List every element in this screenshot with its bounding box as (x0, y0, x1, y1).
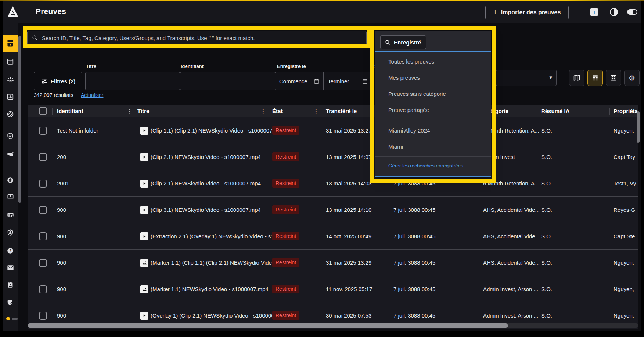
row-checkbox[interactable] (39, 259, 47, 267)
column-divider (538, 108, 538, 115)
column-menu-icon[interactable]: ⋮ (127, 105, 132, 117)
id-filter-input[interactable] (180, 72, 276, 90)
top-bar: Preuves + Importer des preuves + (3, 1, 641, 23)
row-category: 6 Month Retention, A... (483, 170, 539, 197)
row-title[interactable]: (Clip 2.1) NEWSkydio Video - s1000007.mp… (151, 170, 261, 197)
video-play-icon (140, 180, 148, 188)
feedback-icon[interactable]: + (590, 8, 598, 16)
row-checkbox[interactable] (39, 312, 47, 320)
saved-menu-item[interactable]: Miami (375, 139, 491, 155)
saved-menu-item[interactable]: Mes preuves (375, 70, 491, 86)
theme-toggle[interactable] (627, 9, 637, 15)
row-title[interactable]: (Clip 2.1) NEWSkydio Video - s1000007.mp… (151, 144, 261, 170)
table-row[interactable]: Test Not in folder(Clip 1.1) (Clip 2.1) … (28, 117, 638, 144)
vertical-scrollbar-thumb[interactable] (637, 111, 640, 143)
saved-search-button[interactable]: Enregistré (380, 35, 426, 49)
col-header-title[interactable]: Titre (137, 105, 149, 117)
filters-button[interactable]: Filtres (2) (34, 72, 82, 90)
refresh-link[interactable]: Actualiser (81, 92, 103, 98)
video-play-icon (140, 232, 148, 240)
row-checkbox[interactable] (39, 232, 47, 240)
search-bar[interactable] (27, 31, 367, 45)
column-divider (267, 108, 267, 115)
row-id: 900 (57, 250, 66, 276)
row-checkbox[interactable] (39, 180, 47, 188)
image-icon (140, 259, 148, 267)
manage-saved-searches-link[interactable]: Gérer les recherches enregistrées (388, 159, 463, 173)
contrast-icon[interactable] (610, 8, 618, 16)
sidebar-item-cases[interactable] (3, 53, 18, 70)
saved-menu-item[interactable]: Preuve partagée (375, 102, 491, 118)
select-all-checkbox[interactable] (39, 107, 47, 115)
status-badge: Restreint (272, 285, 299, 293)
sidebar-item-help[interactable]: ? (3, 242, 18, 259)
row-title[interactable]: (Marker 1.1) (Clip 1.1) (Clip 2.1) NEWSk… (151, 250, 281, 276)
grouping-select[interactable]: ▾ (496, 70, 557, 86)
redaction-icon (6, 110, 14, 118)
table-row[interactable]: 900(Marker 1.1) (Clip 1.1) (Clip 2.1) NE… (28, 250, 638, 276)
row-checkbox[interactable] (39, 285, 47, 293)
col-header-id[interactable]: Identifiant (57, 105, 83, 117)
row-ai-summary: S.O. (541, 276, 552, 302)
saved-search-dropdown: Enregistré Toutes les preuvesMes preuves… (375, 31, 491, 177)
search-icon (385, 40, 391, 45)
saved-menu-item[interactable]: Miami Alley 2024 (375, 123, 491, 139)
map-icon (573, 74, 580, 81)
table-row[interactable]: 900(Extraction 2.1) (Overlay 1) NEWSkydi… (28, 223, 638, 250)
start-date-field[interactable]: Commence (275, 72, 323, 90)
grid-view-button[interactable] (606, 70, 621, 86)
cases-icon (6, 58, 14, 66)
sidebar-item-performance[interactable] (3, 128, 18, 145)
end-date-placeholder: Terminer (328, 78, 349, 84)
sidebar-item-personnel[interactable] (3, 276, 18, 293)
import-evidence-button[interactable]: + Importer des preuves (485, 6, 569, 19)
search-input[interactable] (41, 35, 362, 41)
title-filter-input[interactable] (85, 72, 180, 90)
image-icon (140, 285, 148, 293)
sidebar-scrollbar[interactable] (18, 36, 21, 203)
row-title[interactable]: (Clip 1.1) (Clip 2.1) NEWSkydio Video - … (151, 117, 278, 144)
sidebar-item-reports[interactable] (3, 88, 18, 105)
col-header-owner[interactable]: Propriétaire (614, 105, 638, 117)
sidebar-item-asset[interactable] (3, 207, 18, 224)
row-checkbox[interactable] (39, 127, 47, 135)
sidebar-item-remote[interactable] (3, 188, 18, 205)
table-row[interactable]: 2001(Clip 2.1) NEWSkydio Video - s100000… (28, 170, 638, 197)
col-header-state[interactable]: État (272, 105, 283, 117)
saved-menu-item[interactable]: Preuves sans catégorie (375, 86, 491, 102)
row-owner: Nguyen, (614, 250, 634, 276)
map-view-button[interactable] (569, 70, 584, 86)
axon-logo-icon[interactable] (6, 4, 20, 20)
status-badge: Restreint (272, 205, 299, 214)
col-header-transferred[interactable]: Transféré le (326, 105, 357, 117)
sidebar-item-mail[interactable] (3, 259, 18, 276)
horizontal-scrollbar-thumb[interactable] (28, 323, 508, 328)
row-title[interactable]: (Extraction 2.1) (Overlay 1) NEWSkydio V… (151, 223, 282, 250)
reports-icon (6, 93, 14, 101)
row-title[interactable]: (Clip 3.1) NEWSkydio Video - s1000007.mp… (151, 197, 261, 223)
column-divider (134, 108, 134, 115)
saved-menu-item[interactable]: Toutes les preuves (375, 54, 491, 70)
table-row[interactable]: 900(Clip 3.1) NEWSkydio Video - s1000007… (28, 197, 638, 223)
sidebar-item-redaction[interactable] (3, 106, 18, 123)
sidebar-item-currency[interactable] (3, 172, 18, 189)
table-row[interactable]: 900(Marker 1.1) NEWSkydio Video - s10000… (28, 276, 638, 302)
sidebar-nav: ? (3, 23, 18, 331)
row-ai-summary: S.O. (541, 144, 552, 170)
status-dot-gray[interactable] (12, 318, 18, 320)
sidebar-item-guardian[interactable] (3, 224, 18, 241)
settings-button[interactable]: ⚙ (624, 70, 640, 86)
sidebar-item-devices[interactable] (3, 145, 18, 162)
column-menu-icon[interactable]: ⋮ (313, 105, 319, 117)
sidebar-item-evidence[interactable] (3, 35, 18, 52)
col-header-ai-summary[interactable]: Résumé IA (541, 105, 570, 117)
table-row[interactable]: 200(Clip 2.1) NEWSkydio Video - s1000007… (28, 144, 638, 170)
sidebar-item-users[interactable] (3, 71, 18, 88)
row-checkbox[interactable] (39, 206, 47, 214)
column-menu-icon[interactable]: ⋮ (260, 105, 266, 117)
row-title[interactable]: (Marker 1.1) NEWSkydio Video - s1000007.… (151, 276, 269, 302)
table-view-button[interactable] (587, 70, 603, 86)
sidebar-item-admin[interactable] (3, 294, 18, 311)
end-date-field[interactable]: Terminer (323, 72, 372, 90)
row-checkbox[interactable] (39, 153, 47, 161)
